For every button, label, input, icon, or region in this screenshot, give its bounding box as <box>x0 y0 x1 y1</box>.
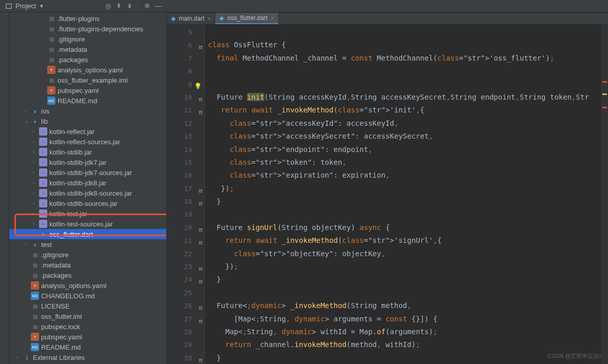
tree-arrow-icon[interactable]: › <box>33 129 39 134</box>
tree-row[interactable]: MDCHANGELOG.md <box>9 291 166 301</box>
tree-row[interactable]: ›⛬kotlin-reflect-sources.jar <box>9 137 166 147</box>
tree-arrow-icon[interactable]: › <box>33 160 39 165</box>
tree-row[interactable]: ›⛬kotlin-reflect.jar <box>9 126 166 137</box>
tree-row[interactable]: ▤.packages <box>9 270 166 280</box>
gear-icon[interactable]: ✲ <box>144 2 150 10</box>
close-icon[interactable]: × <box>271 15 274 21</box>
tree-row[interactable]: ›⛬kotlin-test.jar <box>9 208 166 219</box>
fold-icon[interactable]: ⊟ <box>195 236 202 243</box>
tree-row[interactable]: ▤.gitignore <box>9 250 166 260</box>
code-line[interactable]: class="str">"expiration": expiration, <box>208 169 602 182</box>
fold-icon[interactable]: ⊟ <box>195 275 202 282</box>
tree-arrow-icon[interactable]: › <box>33 139 39 144</box>
tree-row[interactable]: ›∥External Libraries <box>9 352 166 362</box>
tree-row[interactable]: MDREADME.md <box>9 342 166 352</box>
tree-row[interactable]: ▤.flutter-plugins <box>9 13 166 24</box>
code-line[interactable]: Future signUrl(String objectKey) async { <box>208 221 602 234</box>
gutter-line[interactable]: 21⊟ <box>167 234 204 247</box>
code-line[interactable] <box>208 26 602 39</box>
code-line[interactable]: return _channel.invokeMethod(method, wit… <box>208 338 602 351</box>
tree-row[interactable]: ›⛬kotlin-stdlib.jar <box>9 147 166 157</box>
tree-arrow-icon[interactable]: › <box>33 180 39 185</box>
gutter-line[interactable]: 6⊟ <box>167 39 204 51</box>
code-line[interactable]: Map<;String, dynamic> withId = Map.of(ar… <box>208 325 602 338</box>
gutter-line[interactable]: 13 <box>167 130 204 143</box>
fold-icon[interactable]: ⊟ <box>195 223 202 231</box>
code-line[interactable]: class="str">"token": token, <box>208 156 602 169</box>
code-line[interactable]: return await _invokeMethod(class="str">'… <box>208 104 602 117</box>
tree-row[interactable]: ›∎test <box>9 239 166 250</box>
tree-row[interactable]: ▤.packages <box>9 54 166 65</box>
tree-row[interactable]: ▤.metadata <box>9 44 166 54</box>
hide-icon[interactable]: — <box>155 2 162 10</box>
fold-icon[interactable]: ⊟ <box>195 106 202 113</box>
fold-icon[interactable]: ⊟ <box>195 354 202 361</box>
tree-row[interactable]: ›⛬kotlin-stdlib-jdk7.jar <box>9 157 166 167</box>
gutter-line[interactable]: 17⊟ <box>167 182 204 195</box>
gutter-line[interactable]: 5 <box>167 26 204 39</box>
close-icon[interactable]: × <box>207 15 211 22</box>
bulb-icon[interactable]: 💡 <box>194 80 201 87</box>
tree-row[interactable]: ▤pubspec.lock <box>9 321 166 332</box>
gutter-line[interactable]: 20⊟ <box>167 221 204 234</box>
gutter-line[interactable]: 11⊟ <box>167 104 204 117</box>
tree-row[interactable]: ▤.gitignore <box>9 34 166 44</box>
tree-row[interactable]: Ypubspec.yaml <box>9 332 166 342</box>
project-tree[interactable]: ▤.flutter-plugins▤.flutter-plugins-depen… <box>9 12 167 364</box>
tree-row[interactable]: Yanalysis_options.yaml <box>9 65 166 75</box>
gutter-line[interactable]: 12 <box>167 117 204 130</box>
code-line[interactable]: class="str">"accessKeySecret": accessKey… <box>208 130 602 143</box>
tree-arrow-icon[interactable]: › <box>33 211 39 216</box>
code-line[interactable] <box>208 78 602 91</box>
fold-icon[interactable]: ⊟ <box>195 301 202 309</box>
tree-arrow-icon[interactable]: › <box>33 190 39 196</box>
tree-row[interactable]: ›⛬kotlin-stdlib-jdk8.jar <box>9 178 166 188</box>
code-line[interactable]: Future init(String accessKeyId,String ac… <box>208 91 602 104</box>
editor-tab[interactable]: ◆main.dart× <box>167 13 215 24</box>
gutter-line[interactable]: 15 <box>167 156 204 169</box>
editor-tab[interactable]: ◆oss_flutter.dart× <box>215 13 278 24</box>
tree-row[interactable]: ▤.metadata <box>9 260 166 270</box>
tree-row[interactable]: MDREADME.md <box>9 95 166 106</box>
fold-icon[interactable]: ⊟ <box>195 262 202 270</box>
tree-arrow-icon[interactable]: › <box>16 355 23 360</box>
tree-arrow-icon[interactable]: › <box>33 221 39 226</box>
tree-row[interactable]: ▤.flutter-plugins-dependencies <box>9 24 166 34</box>
tree-row[interactable]: ▤LICENSE <box>9 301 166 311</box>
fold-icon[interactable]: ⊟ <box>195 41 202 48</box>
gutter-line[interactable]: 30⊟ <box>167 352 204 364</box>
gutter-line[interactable]: 7 <box>167 52 204 65</box>
code-line[interactable] <box>208 208 602 221</box>
project-toolwindow-button[interactable]: Project ▼ <box>2 1 47 11</box>
collapse-all-icon[interactable]: ⇟ <box>127 2 132 10</box>
fold-icon[interactable]: ⊟ <box>195 93 202 100</box>
gutter-line[interactable]: 14 <box>167 143 204 156</box>
gutter-line[interactable]: 26⊟ <box>167 299 204 312</box>
tree-row[interactable]: ›⛬kotlin-stdlib-jdk8-sources.jar <box>9 188 166 198</box>
gutter-line[interactable]: 9💡 <box>167 78 204 91</box>
gutter-line[interactable]: 28 <box>167 325 204 338</box>
code-editor[interactable]: class OssFlutter { final MethodChannel _… <box>205 25 602 364</box>
tree-arrow-icon[interactable]: › <box>25 108 31 113</box>
gutter-line[interactable]: 25 <box>167 286 204 299</box>
code-line[interactable]: class OssFlutter { <box>208 39 602 51</box>
code-line[interactable]: } <box>208 195 602 208</box>
gutter-line[interactable]: 29 <box>167 338 204 351</box>
tree-row[interactable]: ›⛬kotlin-stdlib-jdk7-sources.jar <box>9 167 166 178</box>
tree-row[interactable]: ›∎ios <box>9 106 166 116</box>
tree-row[interactable]: ⌄∎lib <box>9 116 166 126</box>
tree-arrow-icon[interactable]: › <box>33 149 39 155</box>
gutter-line[interactable]: 18⊟ <box>167 195 204 208</box>
gutter-line[interactable]: 27⊟ <box>167 313 204 325</box>
tree-arrow-icon[interactable]: › <box>33 170 39 175</box>
code-line[interactable] <box>208 65 602 78</box>
tree-row[interactable]: ›⛬kotlin-stdlib-sources.jar <box>9 198 166 208</box>
code-line[interactable]: } <box>208 273 602 286</box>
code-line[interactable]: class="str">"objectKey": objectKey, <box>208 247 602 260</box>
gutter-line[interactable]: 22 <box>167 247 204 260</box>
code-line[interactable]: }); <box>208 182 602 195</box>
tree-row[interactable]: Yanalysis_options.yaml <box>9 280 166 291</box>
gutter-line[interactable]: 23⊟ <box>167 260 204 273</box>
tree-row[interactable]: ▤oss_flutter_example.iml <box>9 75 166 85</box>
fold-icon[interactable]: ⊟ <box>195 197 202 204</box>
